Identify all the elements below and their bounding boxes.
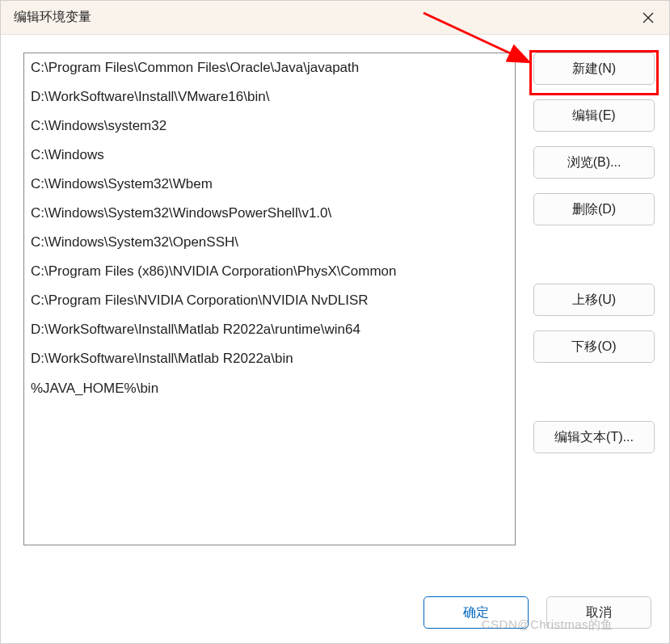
new-button[interactable]: 新建(N) xyxy=(533,53,655,85)
list-item[interactable]: C:\Windows\System32\Wbem xyxy=(24,170,515,199)
dialog-content: C:\Program Files\Common Files\Oracle\Jav… xyxy=(1,35,669,643)
path-listbox[interactable]: C:\Program Files\Common Files\Oracle\Jav… xyxy=(23,53,516,545)
edit-button[interactable]: 编辑(E) xyxy=(533,99,655,132)
bottom-button-row: 确定 取消 xyxy=(23,579,655,629)
titlebar: 编辑环境变量 xyxy=(1,1,669,35)
list-item[interactable]: C:\Program Files\NVIDIA Corporation\NVID… xyxy=(24,286,515,315)
dialog-window: 编辑环境变量 C:\Program Files\Common Files\Ora… xyxy=(0,0,670,644)
list-item[interactable]: D:\WorkSoftware\Install\Matlab R2022a\ru… xyxy=(24,315,515,344)
list-item[interactable]: C:\Windows\System32\WindowsPowerShell\v1… xyxy=(24,199,515,228)
move-up-button[interactable]: 上移(U) xyxy=(533,284,655,316)
ok-button[interactable]: 确定 xyxy=(423,596,529,629)
list-item[interactable]: C:\Windows\System32\OpenSSH\ xyxy=(24,228,515,257)
list-item[interactable]: C:\Windows xyxy=(24,141,515,170)
list-item[interactable]: C:\Program Files\Common Files\Oracle\Jav… xyxy=(24,53,515,82)
list-item[interactable]: %JAVA_HOME%\bin xyxy=(24,374,515,403)
window-title: 编辑环境变量 xyxy=(14,9,91,26)
move-down-button[interactable]: 下移(O) xyxy=(533,330,655,363)
main-row: C:\Program Files\Common Files\Oracle\Jav… xyxy=(23,53,655,579)
list-item[interactable]: C:\Program Files (x86)\NVIDIA Corporatio… xyxy=(24,257,515,286)
spacer xyxy=(533,240,655,269)
list-item[interactable]: D:\WorkSoftware\Install\Matlab R2022a\bi… xyxy=(24,344,515,373)
spacer xyxy=(533,377,655,406)
list-item[interactable]: C:\Windows\system32 xyxy=(24,112,515,141)
side-button-column: 新建(N) 编辑(E) 浏览(B)... 删除(D) 上移(U) 下移(O) 编… xyxy=(533,53,655,579)
cancel-button[interactable]: 取消 xyxy=(546,596,651,629)
list-item[interactable]: D:\WorkSoftware\Install\VMware16\bin\ xyxy=(24,82,515,112)
delete-button[interactable]: 删除(D) xyxy=(533,193,655,225)
browse-button[interactable]: 浏览(B)... xyxy=(533,146,655,179)
edit-text-button[interactable]: 编辑文本(T)... xyxy=(533,421,655,453)
close-icon[interactable] xyxy=(640,10,656,26)
